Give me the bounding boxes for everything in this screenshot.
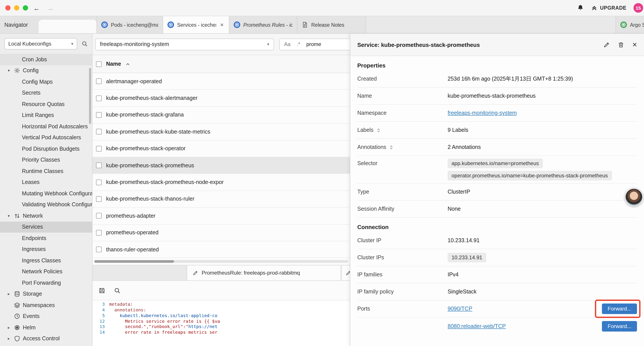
row-checkbox[interactable] <box>96 230 102 235</box>
namespace-link[interactable]: freeleaps-monitoring-system <box>448 110 517 116</box>
table-row[interactable]: kube-prometheus-stack-prometheus-node-ex… <box>92 174 350 191</box>
sidebar-item-secrets[interactable]: Secrets <box>0 87 92 98</box>
row-checkbox[interactable] <box>96 179 102 185</box>
table-row[interactable]: prometheus-adapter <box>92 208 350 224</box>
navigator-sidebar: Local Kubeconfigs ▾ Cron Jobs ▾ Config C… <box>0 34 92 346</box>
sidebar-item-network[interactable]: ▾ Network <box>0 210 92 221</box>
sidebar-item-ingresses[interactable]: Ingresses <box>0 244 92 255</box>
row-checkbox[interactable] <box>96 162 102 168</box>
sidebar-item-runtime-classes[interactable]: Runtime Classes <box>0 166 92 177</box>
sidebar-item-config-maps[interactable]: Config Maps <box>0 76 92 87</box>
sidebar-item-limit-ranges[interactable]: Limit Ranges <box>0 110 92 121</box>
sidebar-item-leases[interactable]: Leases <box>0 177 92 188</box>
annotations-value[interactable]: 2 Annotations <box>448 141 637 153</box>
save-icon[interactable] <box>99 287 105 294</box>
notification-count-badge[interactable]: 15 <box>634 3 643 13</box>
forward-button-8080[interactable]: Forward... <box>602 321 637 331</box>
sidebar-item-priority-classes[interactable]: Priority Classes <box>0 154 92 166</box>
sidebar-item-vertical-pod-autoscalers[interactable]: Vertical Pod Autoscalers <box>0 132 92 143</box>
trash-icon[interactable] <box>618 41 624 48</box>
back-button[interactable]: ← <box>32 4 42 11</box>
row-checkbox[interactable] <box>96 129 102 135</box>
notifications-bell-icon[interactable] <box>577 4 584 11</box>
table-row[interactable]: kube-prometheus-stack-grafana <box>92 107 350 124</box>
sidebar-item-cron-jobs[interactable]: Cron Jobs <box>0 54 92 65</box>
sidebar-item-network-policies[interactable]: Network Policies <box>0 266 92 277</box>
labels-value[interactable]: 9 Labels <box>448 124 637 136</box>
sidebar-item-endpoints[interactable]: Endpoints <box>0 233 92 244</box>
sidebar-item-helm[interactable]: ▸ Helm <box>0 322 92 333</box>
kubeconfig-selector-value: Local Kubeconfigs <box>8 41 51 47</box>
row-checkbox[interactable] <box>96 112 102 118</box>
port-link-8080-reloader-web[interactable]: 8080:reloader-web/TCP <box>448 323 506 329</box>
row-checkbox[interactable] <box>96 146 102 152</box>
row-checkbox[interactable] <box>96 196 102 202</box>
sidebar-item-config[interactable]: ▾ Config <box>0 65 92 76</box>
window-minimize-button[interactable] <box>14 5 19 10</box>
tab-prometheus-rules[interactable]: Prometheus Rules - icecheng... <box>229 16 297 33</box>
dock-tab-prometheusrule[interactable]: PrometheusRule: freeleaps-prod-rabbitmq <box>187 266 341 281</box>
table-row[interactable]: kube-prometheus-stack-thanos-ruler <box>92 191 350 208</box>
close-icon[interactable]: × <box>632 41 637 49</box>
scrollbar-track[interactable] <box>94 260 348 263</box>
sidebar-item-services[interactable]: Services <box>0 221 92 233</box>
sidebar-item-resource-quotas[interactable]: Resource Quotas <box>0 98 92 110</box>
sidebar-item-ingress-classes[interactable]: Ingress Classes <box>0 255 92 266</box>
sidebar-item-storage[interactable]: ▸ Storage <box>0 288 92 300</box>
table-row[interactable]: kube-prometheus-stack-operator <box>92 140 350 157</box>
sort-ascending-icon[interactable] <box>126 61 130 66</box>
search-icon[interactable] <box>82 41 88 47</box>
sidebar-item-port-forwarding[interactable]: Port Forwarding <box>0 277 92 288</box>
row-checkbox[interactable] <box>96 247 102 252</box>
forward-button[interactable]: → <box>45 4 55 11</box>
table-row-selected[interactable]: kube-prometheus-stack-prometheus <box>92 157 350 174</box>
table-row[interactable]: prometheus-operated <box>92 224 350 241</box>
tab-pods[interactable]: Pods - icecheng@mathmas... <box>97 16 163 33</box>
window-maximize-button[interactable] <box>23 5 28 10</box>
table-row[interactable]: alertmanager-operated <box>92 73 350 90</box>
sidebar-item-horizontal-pod-autoscalers[interactable]: Horizontal Pod Autoscalers <box>0 121 92 132</box>
sidebar-item-custom-resources[interactable]: ▾ Custom Resources <box>0 344 92 346</box>
port-link-9090[interactable]: 9090/TCP <box>448 306 472 312</box>
editor-line: 4 annotations: <box>92 308 350 313</box>
match-case-toggle[interactable]: Aa <box>284 41 290 47</box>
namespace-filter-dropdown[interactable]: freeleaps-monitoring-system ▾ <box>95 38 274 50</box>
scrollbar-thumb[interactable] <box>94 260 174 263</box>
regex-toggle[interactable]: .* <box>296 41 300 47</box>
helm-wheel-icon <box>14 325 20 331</box>
sidebar-item-pod-disruption-budgets[interactable]: Pod Disruption Budgets <box>0 143 92 154</box>
tab-release-notes[interactable]: Release Notes <box>297 16 366 33</box>
table-row[interactable]: kube-prometheus-stack-kube-state-metrics <box>92 123 350 140</box>
window-close-button[interactable] <box>5 5 10 10</box>
sidebar-item-mutating-webhook-configurations[interactable]: Mutating Webhook Configurations <box>0 188 92 199</box>
select-all-checkbox[interactable] <box>96 61 102 67</box>
edit-pencil-icon[interactable] <box>604 41 610 48</box>
tab-argo[interactable]: Argo Se <box>616 16 644 33</box>
upgrade-button[interactable]: UPGRADE <box>591 4 626 11</box>
search-icon[interactable] <box>114 287 120 294</box>
sidebar-item-namespaces[interactable]: Namespaces <box>0 300 92 311</box>
row-checkbox[interactable] <box>96 78 102 84</box>
search-input[interactable]: Aa .* prome <box>279 38 350 50</box>
expand-collapse-icon[interactable] <box>389 145 394 150</box>
forward-button-9090[interactable]: Forward... <box>602 304 637 314</box>
tab-services[interactable]: Services - icecheng@math... × <box>163 16 229 33</box>
avatar[interactable] <box>625 188 643 206</box>
row-checkbox[interactable] <box>96 213 102 219</box>
dock-tab-partial[interactable] <box>342 266 350 281</box>
table-row[interactable]: kube-prometheus-stack-alertmanager <box>92 90 350 107</box>
sidebar-item-events[interactable]: Events <box>0 311 92 322</box>
expand-collapse-icon[interactable] <box>376 128 381 132</box>
sidebar-item-validating-webhook-configurations[interactable]: Validating Webhook Configurations <box>0 199 92 210</box>
sidebar-item-access-control[interactable]: ▸ Access Control <box>0 333 92 344</box>
table-row[interactable]: thanos-ruler-operated <box>92 241 350 258</box>
shield-icon <box>14 336 20 342</box>
sidebar-scrollbar[interactable] <box>89 68 91 124</box>
row-checkbox[interactable] <box>96 95 102 101</box>
connection-row-cluster-ips: Cluster IPs 10.233.14.91 <box>357 249 637 266</box>
tab-close-icon[interactable]: × <box>220 21 224 28</box>
column-header-name[interactable]: Name <box>106 61 121 67</box>
connection-row-ip-families: IP families IPv4 <box>357 266 637 283</box>
kubeconfig-selector[interactable]: Local Kubeconfigs ▾ <box>4 38 77 49</box>
yaml-editor[interactable]: 3metadata: 4 annotations: 5 kubectl.kube… <box>92 301 350 346</box>
